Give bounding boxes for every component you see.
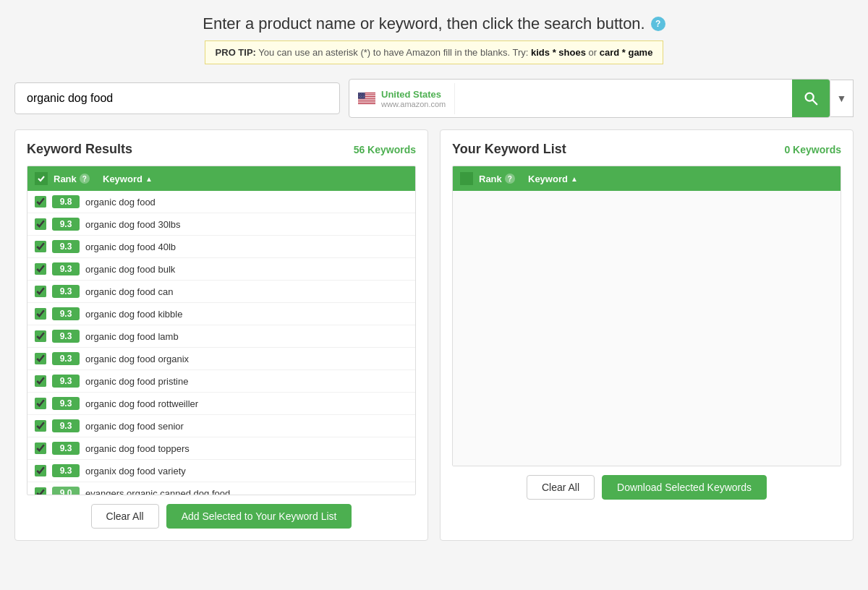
list-select-all-checkbox[interactable] <box>460 172 473 185</box>
dropdown-arrow-icon: ▼ <box>837 93 847 104</box>
clear-all-button[interactable]: Clear All <box>91 504 159 529</box>
svg-rect-14 <box>37 174 46 183</box>
list-rank-info-icon: ? <box>505 174 515 184</box>
keyword-text: organic dog food bulk <box>85 264 175 275</box>
row-checkbox-5[interactable] <box>35 308 46 320</box>
row-checkbox-7[interactable] <box>35 353 46 364</box>
rank-badge: 9.3 <box>52 419 80 432</box>
help-icon[interactable]: ? <box>651 17 665 31</box>
results-select-all-checkbox[interactable] <box>35 172 48 185</box>
search-section: ★ ★ ★ ★ ★ ★ ★ ★ ★ ★ ★ ★ ★ ★ ★ ★ ★ ★ ★ ★ … <box>14 79 854 118</box>
pro-tip-banner: PRO TIP: You can use an asterisk (*) to … <box>205 40 664 64</box>
keyword-text: organic dog food organix <box>85 354 189 364</box>
table-row: 9.3organic dog food 30lbs <box>27 213 415 236</box>
table-row: 9.3organic dog food organix <box>27 348 415 370</box>
rank-badge: 9.3 <box>52 397 80 410</box>
your-keyword-list-title: Your Keyword List <box>452 142 566 157</box>
pro-tip-text: You can use an asterisk (*) to have Amaz… <box>258 47 531 58</box>
rank-badge: 9.3 <box>52 442 80 455</box>
svg-rect-15 <box>462 174 471 183</box>
table-row: 9.3organic dog food bulk <box>27 258 415 281</box>
svg-rect-6 <box>358 103 375 103</box>
your-keyword-list-table-header: Rank ? Keyword ▲ <box>453 166 841 191</box>
search-input[interactable] <box>14 82 340 114</box>
keyword-text: organic dog food 40lb <box>85 241 176 252</box>
table-row: 9.3organic dog food rottweiller <box>27 393 415 415</box>
search-icon <box>803 90 819 106</box>
keyword-results-table: Rank ? Keyword ▲ 9.8organic dog food9.3o… <box>27 166 416 495</box>
pro-tip-or1: or <box>589 47 600 58</box>
row-checkbox-9[interactable] <box>35 398 46 409</box>
keyword-text: organic dog food 30lbs <box>85 219 181 230</box>
svg-rect-5 <box>358 101 375 101</box>
keyword-column-header[interactable]: Keyword ▲ <box>103 174 153 184</box>
table-row: 9.3organix dog food variety <box>27 460 415 482</box>
table-row: 9.0evangers organic canned dog food <box>27 482 415 495</box>
row-checkbox-4[interactable] <box>35 286 46 297</box>
table-row: 9.3organic dog food 40lb <box>27 236 415 258</box>
checkbox-check-icon <box>37 174 46 183</box>
main-title: Enter a product name or keyword, then cl… <box>14 14 854 33</box>
your-keyword-list-panel: Your Keyword List 0 Keywords Rank ? <box>440 129 854 541</box>
list-rank-column-header[interactable]: Rank ? <box>479 174 522 184</box>
list-clear-all-button[interactable]: Clear All <box>527 475 595 500</box>
header-section: Enter a product name or keyword, then cl… <box>14 14 854 64</box>
country-name: United States <box>381 89 446 100</box>
rank-badge: 9.3 <box>52 307 80 320</box>
rank-badge: 9.3 <box>52 240 80 253</box>
rank-badge: 9.3 <box>52 218 80 231</box>
keyword-text: organix dog food variety <box>85 466 186 476</box>
list-checkbox-check-icon <box>462 174 471 183</box>
keyword-results-table-header: Rank ? Keyword ▲ <box>27 166 415 191</box>
table-row: 9.3organic dog food lamb <box>27 325 415 348</box>
table-row: 9.3organic dog food pristine <box>27 370 415 393</box>
country-flag-section[interactable]: ★ ★ ★ ★ ★ ★ ★ ★ ★ ★ ★ ★ ★ ★ ★ ★ ★ ★ ★ ★ … <box>349 83 455 114</box>
row-checkbox-8[interactable] <box>35 375 46 387</box>
country-input-area <box>455 93 792 104</box>
table-row: 9.8organic dog food <box>27 191 415 213</box>
main-content: Keyword Results 56 Keywords Rank ? <box>14 129 854 541</box>
pro-tip-example1: kids * shoes <box>531 47 586 58</box>
country-dropdown-button[interactable]: ▼ <box>830 80 854 117</box>
us-flag-icon: ★ ★ ★ ★ ★ ★ ★ ★ ★ ★ ★ ★ ★ ★ ★ ★ ★ ★ ★ ★ … <box>358 93 375 104</box>
rank-badge: 9.8 <box>52 195 80 208</box>
row-checkbox-1[interactable] <box>35 218 46 230</box>
keyword-results-title: Keyword Results <box>27 142 132 157</box>
keyword-text: organic dog food pristine <box>85 376 188 387</box>
country-search-wrapper: ★ ★ ★ ★ ★ ★ ★ ★ ★ ★ ★ ★ ★ ★ ★ ★ ★ ★ ★ ★ … <box>349 79 830 118</box>
add-selected-button[interactable]: Add Selected to Your Keyword List <box>166 504 352 529</box>
rank-badge: 9.3 <box>52 375 80 388</box>
search-input-wrapper <box>14 82 340 114</box>
list-keyword-sort-icon: ▲ <box>571 175 578 183</box>
row-checkbox-6[interactable] <box>35 330 46 342</box>
row-checkbox-2[interactable] <box>35 241 46 252</box>
pro-tip-label: PRO TIP: <box>216 47 256 58</box>
rank-badge: 9.3 <box>52 352 80 365</box>
svg-text:★ ★ ★ ★ ★: ★ ★ ★ ★ ★ <box>359 97 365 98</box>
keyword-sort-icon: ▲ <box>145 175 153 183</box>
row-checkbox-12[interactable] <box>35 465 46 476</box>
keyword-results-header: Keyword Results 56 Keywords <box>27 142 416 157</box>
country-info: United States www.amazon.com <box>381 89 446 108</box>
keyword-text: organic dog food kibble <box>85 309 182 320</box>
row-checkbox-11[interactable] <box>35 442 46 454</box>
your-keyword-list-count: 0 Keywords <box>784 144 841 155</box>
row-checkbox-13[interactable] <box>35 487 46 495</box>
rank-column-header[interactable]: Rank ? <box>54 174 97 184</box>
rank-badge: 9.3 <box>52 285 80 298</box>
row-checkbox-0[interactable] <box>35 196 46 208</box>
keyword-text: organic dog food lamb <box>85 331 179 342</box>
keyword-results-panel: Keyword Results 56 Keywords Rank ? <box>14 129 428 541</box>
row-checkbox-10[interactable] <box>35 420 46 432</box>
keyword-text: evangers organic canned dog food <box>85 488 230 495</box>
table-row: 9.3organic dog food kibble <box>27 303 415 325</box>
keyword-text: organic dog food <box>85 197 156 208</box>
svg-rect-4 <box>358 99 375 100</box>
your-keyword-list-table: Rank ? Keyword ▲ <box>452 166 841 466</box>
svg-line-13 <box>812 100 817 104</box>
list-keyword-column-header[interactable]: Keyword ▲ <box>528 174 578 184</box>
row-checkbox-3[interactable] <box>35 263 46 275</box>
download-selected-button[interactable]: Download Selected Keywords <box>602 475 767 500</box>
keyword-text: organic dog food toppers <box>85 443 190 454</box>
search-button[interactable] <box>792 80 830 117</box>
